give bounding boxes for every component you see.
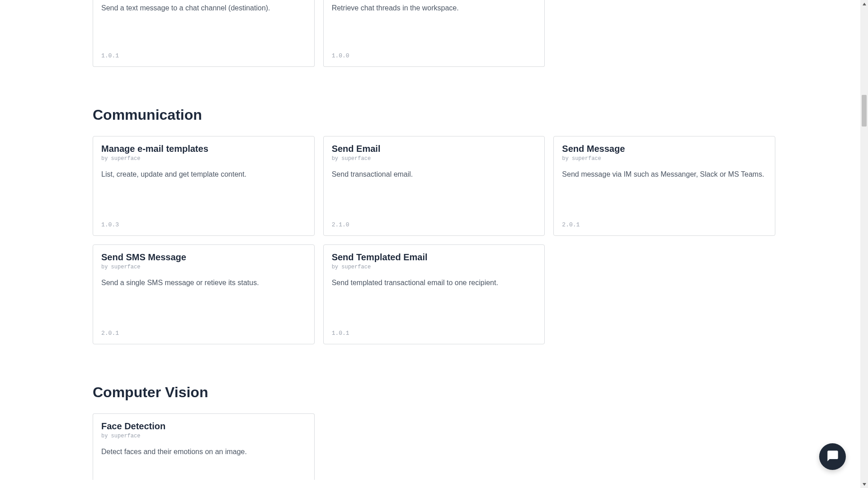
card-author: by superface <box>101 155 306 162</box>
card-title: Face Detection <box>101 421 306 432</box>
scrollbar-thumb[interactable] <box>862 95 867 127</box>
card-description: List, create, update and get template co… <box>101 169 306 221</box>
card-version: 1.0.1 <box>332 330 537 337</box>
chat-icon <box>826 450 839 464</box>
card-title: Send Email <box>332 144 537 154</box>
card-version: 2.0.1 <box>101 330 306 337</box>
card-title: Manage e-mail templates <box>101 144 306 154</box>
card-description: Retrieve chat threads in the workspace. <box>332 3 537 52</box>
card-grid-computer-vision: Face Detection by superface Detect faces… <box>93 413 775 480</box>
card-author: by superface <box>562 155 767 162</box>
section-title-communication: Communication <box>93 107 775 123</box>
card-description: Send templated transactional email to on… <box>332 277 537 330</box>
card-author: by superface <box>101 264 306 270</box>
card-description: Detect faces and their emotions on an im… <box>101 446 306 457</box>
card-author: by superface <box>332 264 537 270</box>
integration-card[interactable]: Send a text message to a chat channel (d… <box>93 0 315 67</box>
integration-card[interactable]: Send Templated Email by superface Send t… <box>323 244 545 344</box>
integration-card[interactable]: Send Email by superface Send transaction… <box>323 136 545 236</box>
card-title: Send Message <box>562 144 767 154</box>
integration-card[interactable]: Face Detection by superface Detect faces… <box>93 413 315 480</box>
card-version: 2.1.0 <box>332 221 537 228</box>
section-title-computer-vision: Computer Vision <box>93 384 775 401</box>
integration-card[interactable]: Send SMS Message by superface Send a sin… <box>93 244 315 344</box>
chat-widget-button[interactable] <box>819 443 846 470</box>
card-description: Send a single SMS message or retieve its… <box>101 277 306 330</box>
integration-card[interactable]: Manage e-mail templates by superface Lis… <box>93 136 315 236</box>
partial-card-grid: Send a text message to a chat channel (d… <box>93 0 775 67</box>
card-author: by superface <box>101 433 306 439</box>
card-version: 1.0.0 <box>332 52 537 59</box>
integration-card[interactable]: Send Message by superface Send message v… <box>553 136 775 236</box>
card-title: Send Templated Email <box>332 252 537 263</box>
card-description: Send transactional email. <box>332 169 537 221</box>
card-title: Send SMS Message <box>101 252 306 263</box>
svg-marker-0 <box>863 3 866 5</box>
card-author: by superface <box>332 155 537 162</box>
integration-card[interactable]: Retrieve chat threads in the workspace. … <box>323 0 545 67</box>
card-description: Send a text message to a chat channel (d… <box>101 3 306 52</box>
card-description: Send message via IM such as Messanger, S… <box>562 169 767 221</box>
page-container: Send a text message to a chat channel (d… <box>0 0 868 480</box>
card-version: 2.0.1 <box>562 221 767 228</box>
scrollbar-arrow-up-icon[interactable] <box>860 0 868 8</box>
scrollbar[interactable] <box>860 0 868 480</box>
card-version: 1.0.1 <box>101 52 306 59</box>
card-version: 1.0.3 <box>101 221 306 228</box>
card-grid-communication: Manage e-mail templates by superface Lis… <box>93 136 775 344</box>
